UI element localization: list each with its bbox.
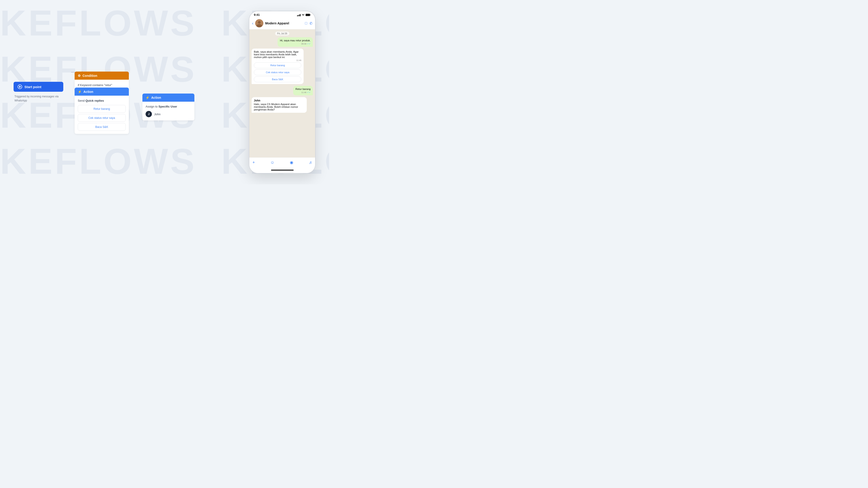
chat-qr-2[interactable]: Cek status retur saya (254, 69, 301, 75)
send-label: Send Quick replies (78, 99, 126, 102)
mic-icon[interactable]: ♬ (309, 160, 312, 165)
signal-bar-2 (298, 15, 299, 16)
main-content: Start point Triggered by incoming messag… (0, 0, 329, 184)
assign-bold: Specific User (158, 105, 177, 108)
start-node: Start point Triggered by incoming messag… (13, 82, 63, 103)
svg-point-7 (258, 21, 260, 24)
signal-bar-3 (299, 14, 300, 16)
action-1-icon: ⚡ (78, 90, 82, 94)
chat-qr-3[interactable]: Baca S&K (254, 76, 301, 82)
message-out-reply-text: Retur barang (296, 88, 311, 90)
signal-bar-4 (300, 14, 301, 16)
date-separator: Fri, Jul 26 (275, 32, 289, 35)
assign-prefix: Assign to (146, 105, 158, 108)
message-out-1-text: Hi, saya mau retur produk. (280, 39, 311, 42)
flow-diagram: Start point Triggered by incoming messag… (13, 9, 249, 175)
send-prefix: Send (78, 99, 85, 102)
action-node-1-label: Action (84, 90, 93, 94)
condition-header: ⚙ Condition (74, 72, 129, 80)
start-button[interactable]: Start point (13, 82, 63, 92)
quick-reply-3[interactable]: Baca S&K (78, 123, 126, 131)
chat-header: ‹ Modern Apparel □ ✆ (249, 18, 315, 29)
check-icon: ✓✓ (307, 42, 311, 45)
status-icons (297, 13, 311, 16)
svg-rect-4 (306, 14, 310, 16)
message-out-reply-time: 11:46 ✓✓ (296, 91, 311, 94)
phone-icon[interactable]: ✆ (309, 21, 312, 26)
video-icon[interactable]: □ (305, 21, 307, 25)
condition-label: Condition (83, 74, 97, 77)
battery-icon (306, 13, 311, 16)
chat-bottom-bar: + ☺ ◉ ♬ (249, 158, 315, 167)
phone-mockup: 9:41 (249, 11, 315, 173)
action-node-1-header: ⚡ Action (74, 88, 129, 96)
status-time: 9:41 (254, 13, 260, 17)
quick-reply-1[interactable]: Retur barang (78, 105, 126, 113)
assign-label: Assign to Specific User (146, 105, 191, 108)
agent-bubble-text: Halo, saya CS Modern Apparel akan memban… (254, 103, 305, 111)
message-out-1: Hi, saya mau retur produk. 09:30 ✓✓ (278, 37, 313, 47)
avatar-image (255, 19, 264, 27)
agent-message: John Halo, saya CS Modern Apparel akan m… (252, 97, 307, 113)
plus-icon[interactable]: + (252, 160, 255, 165)
action-node-2-label: Action (151, 96, 161, 99)
agent-bubble-name: John (254, 99, 305, 102)
home-bar (271, 170, 293, 170)
action-node-2: ⚡ Action Assign to Specific User J John (143, 94, 194, 121)
agent-avatar: J (146, 111, 152, 117)
svg-rect-5 (310, 14, 311, 15)
chat-messages: Fri, Jul 26 Hi, saya mau retur produk. 0… (249, 29, 315, 158)
agent-name-label: John (154, 112, 160, 116)
play-icon (18, 85, 22, 89)
send-bold: Quick replies (86, 99, 104, 102)
chat-qr-1[interactable]: Retur barang (254, 62, 301, 68)
message-in-1-text: Baik, saya akan membantu Anda. Agar kami… (254, 51, 301, 59)
message-in-1: Baik, saya akan membantu Anda. Agar kami… (252, 48, 304, 84)
condition-text: if Keyword contains "retur" (78, 84, 112, 87)
status-bar: 9:41 (249, 11, 315, 18)
sticker-icon[interactable]: ☺ (270, 160, 274, 165)
camera-icon[interactable]: ◉ (290, 160, 293, 165)
svg-point-3 (303, 15, 303, 16)
action-node-2-header: ⚡ Action (143, 94, 194, 102)
contact-name: Modern Apparel (265, 22, 303, 25)
check-icon-2: ✓✓ (307, 91, 311, 94)
header-actions: □ ✆ (305, 21, 312, 26)
action-node-2-body: Assign to Specific User J John (143, 102, 194, 121)
message-out-1-time: 09:30 ✓✓ (280, 42, 311, 45)
agent-initial: J (148, 112, 150, 116)
home-indicator (249, 167, 315, 173)
start-button-label: Start point (24, 85, 41, 89)
message-in-1-time: 11:45 (254, 59, 301, 61)
wifi-icon (302, 14, 305, 16)
quick-replies: Retur barang Cek status retur saya Baca … (254, 62, 301, 82)
back-arrow[interactable]: ‹ (252, 21, 253, 26)
signal-bar-1 (297, 15, 298, 16)
contact-avatar (255, 19, 264, 27)
signal-bars (297, 13, 301, 16)
message-out-reply: Retur barang 11:46 ✓✓ (293, 86, 313, 95)
play-triangle (19, 86, 21, 88)
quick-reply-2[interactable]: Cek status retur saya (78, 114, 126, 122)
condition-icon: ⚙ (78, 74, 81, 77)
action-node-1-body: Send Quick replies Retur barang Cek stat… (74, 96, 129, 134)
agent-row: J John (146, 111, 191, 117)
start-description: Triggered by incoming messages via Whats… (13, 94, 63, 103)
action-2-icon: ⚡ (146, 96, 149, 99)
action-node-1: ⚡ Action Send Quick replies Retur barang… (74, 88, 129, 134)
